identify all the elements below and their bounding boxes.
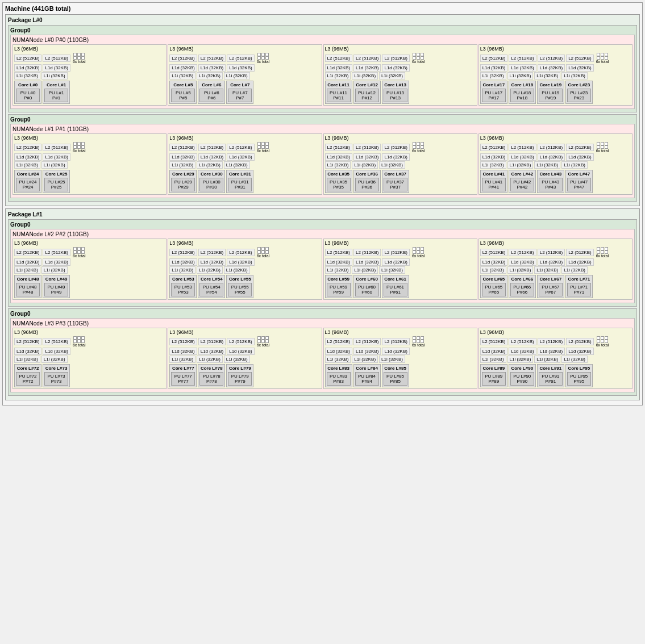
l1d-cache: L1d (32KB): [538, 64, 565, 72]
core-box: Core L#90 PU L#90P#90: [509, 364, 536, 387]
l1i-row: L1i (32KB)L1i (32KB): [14, 72, 165, 80]
group-title: Group0: [10, 116, 635, 123]
core-title: Core L#79: [228, 366, 252, 371]
pu-box: PU L#37P#37: [384, 178, 407, 191]
core-title: Core L#78: [199, 366, 223, 371]
l1i-row: L1i (32KB)L1i (32KB)L1i (32KB): [169, 266, 320, 274]
l1d-row: L1d (32KB)L1d (32KB)L1d (32KB): [325, 153, 476, 161]
core-box: Core L#73 PU L#73P#73: [43, 364, 70, 387]
l3-section: L3 (96MB) L2 (512KB)L2 (512KB)L2 (512KB)…: [323, 328, 477, 389]
l1d-cache: L1d (32KB): [353, 258, 381, 266]
core-title: Core L#18: [510, 82, 534, 87]
l3-section: L3 (96MB) L2 (512KB)L2 (512KB) 6x total …: [13, 133, 167, 195]
core-title: Core L#6: [199, 82, 223, 87]
pu-box: PU L#30P#30: [199, 178, 223, 191]
core-title: Core L#41: [482, 172, 506, 177]
l1i-cache: L1i (32KB): [224, 266, 250, 274]
l1i-cache: L1i (32KB): [507, 356, 534, 363]
l2-cache: L2 (512KB): [14, 338, 41, 345]
l3-row: L3 (96MB) L2 (512KB)L2 (512KB) 6x total …: [13, 328, 632, 389]
core-title: Core L#1: [44, 82, 68, 87]
l3-section: L3 (96MB) L2 (512KB)L2 (512KB)L2 (512KB)…: [323, 239, 477, 300]
l1i-cache: L1i (32KB): [169, 266, 195, 274]
numa-title: NUMANode L#3 P#3 (110GB): [13, 320, 632, 327]
cores-row: Core L#17 PU L#17P#17 Core L#18 PU L#18P…: [480, 81, 631, 104]
core-box: Core L#53 PU L#53P#53: [169, 275, 197, 298]
l1i-cache: L1i (32KB): [352, 356, 378, 363]
l1d-row: L1d (32KB)L1d (32KB)L1d (32KB): [169, 348, 320, 355]
l1d-cache: L1d (32KB): [325, 153, 352, 161]
cores-row: Core L#5 PU L#5P#5 Core L#6 PU L#6P#6 Co…: [169, 81, 320, 104]
package-title: Package L#0: [8, 17, 637, 23]
pu-box: PU L#83P#83: [327, 372, 351, 386]
l1i-cache: L1i (32KB): [325, 72, 351, 80]
cache-dots-group: 6x total: [595, 53, 610, 64]
l1d-cache: L1d (32KB): [14, 64, 41, 72]
group-box: Group0 NUMANode L#3 P#3 (110GB) L3 (96MB…: [8, 308, 637, 396]
numa-title: NUMANode L#0 P#0 (110GB): [13, 37, 632, 43]
pu-box: PU L#7P#7: [228, 89, 252, 102]
l3-title: L3 (96MB): [14, 240, 165, 246]
l2-cache: L2 (512KB): [566, 338, 593, 345]
cache-dots-group: 6x total: [256, 142, 271, 153]
l2-cache: L2 (512KB): [325, 249, 352, 256]
cores-row: Core L#53 PU L#53P#53 Core L#54 PU L#54P…: [169, 275, 320, 298]
pu-box: PU L#95P#95: [567, 372, 591, 386]
l2-cache: L2 (512KB): [509, 338, 536, 345]
l3-title: L3 (96MB): [169, 46, 320, 52]
l1d-row: L1d (32KB)L1d (32KB): [14, 348, 165, 355]
l2-row: L2 (512KB)L2 (512KB)L2 (512KB) 6x total: [169, 247, 320, 258]
core-title: Core L#31: [228, 172, 252, 177]
cores-row: Core L#0 PU L#0P#0 Core L#1 PU L#1P#1: [14, 81, 165, 104]
l1i-row: L1i (32KB)L1i (32KB)L1i (32KB)L1i (32KB): [480, 266, 631, 274]
core-box: Core L#11 PU L#11P#11: [325, 81, 352, 104]
l1i-cache: L1i (32KB): [561, 266, 588, 274]
l1d-row: L1d (32KB)L1d (32KB): [14, 153, 165, 161]
l1d-cache: L1d (32KB): [509, 258, 536, 266]
l3-title: L3 (96MB): [169, 135, 320, 141]
l1d-row: L1d (32KB)L1d (32KB)L1d (32KB)L1d (32KB): [480, 348, 631, 355]
core-title: Core L#11: [327, 82, 351, 87]
core-title: Core L#49: [44, 277, 68, 282]
group-box: Group0 NUMANode L#2 P#2 (110GB) L3 (96MB…: [8, 219, 637, 307]
pu-box: PU L#60P#60: [355, 283, 379, 296]
l1i-cache: L1i (32KB): [534, 266, 560, 274]
cache-dots-group: 6x total: [411, 336, 426, 347]
core-box: Core L#1 PU L#1P#1: [43, 81, 70, 104]
pu-box: PU L#84P#84: [355, 372, 379, 386]
l1i-cache: L1i (32KB): [224, 161, 250, 169]
l2-cache: L2 (512KB): [43, 144, 70, 151]
l1i-cache: L1i (32KB): [561, 161, 588, 169]
pu-box: PU L#85P#85: [384, 372, 407, 386]
pu-box: PU L#78P#78: [199, 372, 223, 386]
cores-row: Core L#48 PU L#48P#48 Core L#49 PU L#49P…: [14, 275, 165, 298]
l1d-cache: L1d (32KB): [566, 153, 593, 161]
l1i-cache: L1i (32KB): [352, 72, 378, 80]
core-title: Core L#65: [482, 277, 506, 282]
pu-box: PU L#72P#72: [16, 372, 40, 386]
l2-cache: L2 (512KB): [14, 144, 41, 151]
l2-cache: L2 (512KB): [538, 249, 565, 256]
l2-cache: L2 (512KB): [480, 249, 507, 256]
core-box: Core L#83 PU L#83P#83: [325, 364, 352, 387]
pu-box: PU L#90P#90: [510, 372, 534, 386]
cache-dots-group: 6x total: [411, 53, 426, 64]
l1i-cache: L1i (32KB): [507, 266, 534, 274]
cache-dots-group: 6x total: [595, 142, 610, 153]
l1i-cache: L1i (32KB): [352, 266, 378, 274]
l1d-cache: L1d (32KB): [566, 64, 593, 72]
cores-row: Core L#83 PU L#83P#83 Core L#84 PU L#84P…: [325, 364, 476, 387]
l1d-row: L1d (32KB)L1d (32KB): [14, 258, 165, 266]
core-box: Core L#30 PU L#30P#30: [198, 170, 225, 193]
core-box: Core L#35 PU L#35P#35: [325, 170, 352, 193]
l2-cache: L2 (512KB): [353, 338, 381, 345]
l3-section: L3 (96MB) L2 (512KB)L2 (512KB)L2 (512KB)…: [478, 133, 632, 195]
core-box: Core L#6 PU L#6P#6: [198, 81, 225, 104]
pu-box: PU L#49P#49: [44, 283, 68, 296]
l1d-cache: L1d (32KB): [43, 153, 70, 161]
machine-box: Machine (441GB total) Package L#0 Group0…: [2, 2, 643, 405]
l2-cache: L2 (512KB): [382, 55, 409, 62]
l1i-cache: L1i (32KB): [224, 72, 250, 80]
l2-row: L2 (512KB)L2 (512KB)L2 (512KB) 6x total: [169, 336, 320, 347]
l1d-cache: L1d (32KB): [325, 64, 352, 72]
